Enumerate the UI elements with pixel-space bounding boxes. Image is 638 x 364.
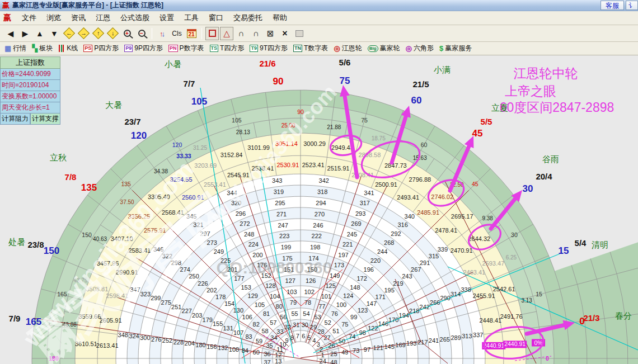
menu-item-8[interactable]: 交易委托 — [228, 12, 268, 24]
cls-button[interactable]: Cls — [170, 27, 184, 40]
menu-item-4[interactable]: 公式选股 — [115, 12, 154, 24]
wheel-label: 6.25 — [506, 254, 517, 261]
wheel-label: 127 — [285, 277, 295, 284]
wheel-label: 180 — [195, 342, 205, 348]
wheel-label: 51 — [332, 328, 339, 334]
wheel-label: 春分 — [615, 311, 632, 320]
wheel-label: 148 — [350, 284, 360, 291]
blocks-icon: ▚ — [32, 45, 37, 52]
board-tool-button[interactable] — [293, 27, 306, 40]
rotate-down-button[interactable]: ▼ — [48, 27, 61, 40]
tool-sectors[interactable]: ▚板块 — [32, 44, 53, 53]
wheel-label: 268 — [384, 239, 394, 246]
wheel-label: 135 — [81, 182, 97, 193]
wheel-label: 100 — [336, 301, 346, 308]
badge-icon: TN — [293, 45, 302, 52]
wheel-label: 7/7 — [184, 79, 195, 88]
menu-item-5[interactable]: 设置 — [154, 12, 179, 24]
customer-service-button[interactable]: 客服 — [601, 1, 624, 10]
wheel-label: 202 — [207, 287, 217, 294]
pan-up-button[interactable]: ↑ — [91, 27, 105, 40]
menu-item-3[interactable]: 江恩 — [91, 12, 115, 24]
tool-9p-square[interactable]: P99P四方形 — [124, 44, 163, 53]
wheel-label: 275 — [161, 299, 171, 306]
arc-cw-button[interactable]: ∩ — [249, 27, 262, 40]
menu-item-2[interactable]: 资讯 — [66, 12, 91, 24]
wheel-label: 342 — [319, 177, 329, 184]
wheel-label: 83 — [245, 333, 252, 340]
rotate-up-button[interactable]: ▲ — [33, 27, 46, 40]
tool-t-number-table[interactable]: TNT数字表 — [293, 44, 328, 53]
wheel-label: 20/4 — [536, 172, 552, 181]
wheel-label: 316 — [397, 221, 407, 228]
wheel-label: 105 — [191, 96, 207, 107]
cross-tool-button[interactable]: × — [278, 27, 292, 40]
zoom-in-button[interactable]: + — [120, 27, 134, 40]
badge-icon: PN — [168, 45, 178, 52]
tool-t-square[interactable]: TST四方形 — [210, 44, 245, 53]
square-tool-button[interactable] — [205, 27, 219, 40]
next-button[interactable]: ▶ — [18, 27, 32, 40]
wheel-label: 23/8 — [27, 240, 44, 249]
menu-item-9[interactable]: 帮助 — [268, 12, 292, 24]
tool-winner-service[interactable]: $赢家服务 — [439, 44, 472, 53]
wheel-label: 244 — [377, 248, 387, 255]
tool-gann-wheel[interactable]: ◎江恩轮 — [334, 44, 362, 53]
wheel-label: 2463.41 — [463, 269, 485, 276]
triangle-tool-button[interactable]: △ — [220, 27, 233, 40]
tool-p-square[interactable]: PSP四方形 — [83, 44, 119, 53]
zoom-out-button[interactable]: − — [135, 27, 148, 40]
menu-item-1[interactable]: 浏览 — [41, 12, 66, 24]
tool-9t-square[interactable]: T99T四方形 — [250, 44, 288, 53]
wheel-label: 289 — [451, 334, 461, 341]
wheel-label: 132 — [218, 344, 228, 351]
dollar-icon: $ — [439, 44, 443, 53]
calc-support-button[interactable]: 计算支撑 — [30, 114, 60, 125]
gann-wheel-canvas[interactable]: 2412345678910111213482526272829303132333… — [0, 55, 638, 364]
wheel-label: 172 — [356, 275, 367, 282]
wheel-label: 179 — [203, 316, 213, 323]
wheel-label: 107 — [233, 329, 243, 336]
wheel-label: 30 — [523, 183, 533, 194]
wheel-label: 98 — [359, 329, 366, 336]
pan-right-button[interactable]: → — [77, 27, 90, 40]
prev-button[interactable]: ◀ — [4, 27, 17, 40]
menu-item-7[interactable]: 窗口 — [204, 12, 228, 24]
wheel-label: 36 — [264, 351, 270, 357]
badge-icon: P9 — [124, 45, 133, 52]
wheel-label: 2644.32 — [468, 235, 490, 242]
wheel-label: 21.88 — [327, 124, 341, 130]
menu-bar: 赢 文件浏览资讯江恩公式选股设置工具窗口交易委托帮助 — [0, 11, 638, 25]
wheel-label: 171 — [376, 294, 386, 300]
arc-ccw-button[interactable]: ∩ — [234, 27, 248, 40]
wheel-label: 谷雨 — [542, 154, 559, 164]
wheel-label: 2493.41 — [397, 194, 419, 201]
tool-quotes[interactable]: ▦行情 — [4, 44, 26, 53]
tool-winner-wheel[interactable]: Big赢家轮 — [368, 44, 400, 53]
calc-resistance-button[interactable]: 计算阻力 — [0, 114, 30, 125]
wheel-label: 60 — [411, 95, 422, 106]
menu-item-0[interactable]: 文件 — [17, 12, 41, 24]
tool-p-number-table[interactable]: PNP数字表 — [168, 44, 204, 53]
wheel-label: 101 — [321, 293, 331, 300]
main-toolbar: ◀▶▲▼←→↑↓+−↑↓Cls21△∩∩⊠× — [0, 25, 638, 42]
wheel-label: 348 — [118, 332, 128, 338]
tool-hexagon[interactable]: ◎六角形 — [406, 44, 434, 53]
clipped-edge-button[interactable]: 讠 — [626, 1, 638, 10]
wheel-label: 266 — [430, 299, 440, 306]
updown-button[interactable]: ↑↓ — [156, 27, 169, 40]
grid-box-button[interactable]: ⊠ — [264, 27, 277, 40]
wheel-label: 5/6 — [339, 58, 351, 67]
wheel-label: 37 — [264, 359, 270, 364]
wheel-label: 165 — [26, 316, 41, 327]
wheel-label: 77 — [318, 303, 325, 310]
pan-left-button[interactable]: ← — [62, 27, 76, 40]
calendar-button[interactable]: 21 — [185, 27, 198, 40]
wheel-label: 2485.91 — [417, 209, 439, 216]
tool-kline[interactable]: K线 — [58, 44, 78, 53]
wheel-label: 314 — [451, 291, 461, 297]
pan-down-button[interactable]: ↓ — [106, 27, 119, 40]
menu-item-6[interactable]: 工具 — [179, 12, 204, 24]
wheel-label: 2491.76 — [500, 313, 523, 320]
wheel-label: 59 — [256, 338, 262, 344]
